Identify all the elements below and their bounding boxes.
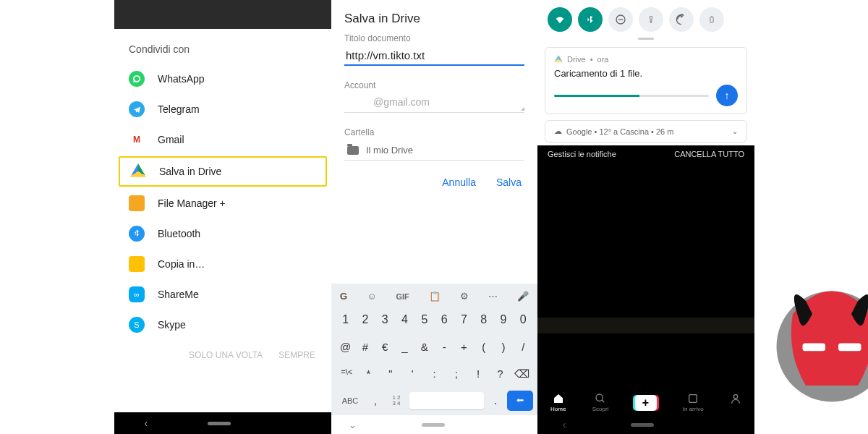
mic-icon[interactable]: 🎤 <box>517 291 529 302</box>
key[interactable]: 6 <box>434 307 454 332</box>
nav-bar: ⌄ <box>331 415 537 434</box>
key[interactable]: ) <box>493 335 513 359</box>
share-item-label: ShareMe <box>158 289 199 300</box>
key[interactable]: 8 <box>474 307 493 332</box>
bluetooth-toggle[interactable] <box>578 7 603 32</box>
key[interactable]: & <box>414 335 434 359</box>
share-item-gmail[interactable]: M Gmail <box>114 124 331 155</box>
key[interactable]: ; <box>446 362 467 386</box>
nav-home-pill[interactable] <box>208 422 231 425</box>
key[interactable]: * <box>357 362 379 386</box>
clear-all-button[interactable]: CANCELLA TUTTO <box>674 150 744 158</box>
rotation-toggle[interactable] <box>669 7 694 32</box>
folder-value: Il mio Drive <box>366 145 413 156</box>
clipboard-icon[interactable]: 📋 <box>429 291 441 302</box>
key[interactable]: ! <box>467 362 489 386</box>
share-item-skype[interactable]: S Skype <box>114 310 331 340</box>
nav-home-pill[interactable] <box>422 423 445 427</box>
key[interactable]: =\< <box>336 362 357 386</box>
tiktok-home-tab[interactable]: Home <box>550 393 566 412</box>
upload-icon[interactable]: ↑ <box>716 85 738 106</box>
cloud-icon: ☁ <box>554 127 562 136</box>
settings-icon[interactable]: ⚙ <box>460 291 469 302</box>
notif-dot: • <box>590 55 593 64</box>
copy-icon <box>129 256 145 272</box>
key[interactable]: 2 <box>355 307 375 332</box>
share-item-label: Salva in Drive <box>159 166 221 177</box>
share-item-whatsapp[interactable]: WhatsApp <box>114 64 331 94</box>
nav-back-icon[interactable]: ‹ <box>563 419 566 430</box>
enter-key[interactable] <box>507 391 533 411</box>
key[interactable]: + <box>454 335 474 359</box>
flashlight-toggle[interactable] <box>639 7 663 32</box>
share-item-drive[interactable]: Salva in Drive <box>119 156 327 187</box>
key[interactable]: @ <box>336 335 355 359</box>
gif-button[interactable]: GIF <box>396 292 409 301</box>
key[interactable]: 1 <box>336 307 355 332</box>
tiktok-discover-tab[interactable]: Scopri <box>592 393 609 412</box>
key[interactable]: - <box>434 335 454 359</box>
save-button[interactable]: Salva <box>496 176 522 188</box>
key[interactable]: 5 <box>414 307 434 332</box>
share-item-telegram[interactable]: Telegram <box>114 94 331 124</box>
tiktok-profile-tab[interactable] <box>730 393 741 412</box>
key[interactable]: 3 <box>375 307 395 332</box>
tiktok-tab-label <box>735 406 736 412</box>
doc-title-input[interactable] <box>344 46 524 66</box>
weather-text: Google • 12° a Cascina • 26 m <box>566 127 673 136</box>
sticker-icon[interactable]: ☺ <box>367 291 376 302</box>
tiktok-nav-bar: Home Scopri + In arrivo <box>537 393 754 412</box>
period-key[interactable]: . <box>487 394 504 407</box>
tiktok-create-button[interactable]: + <box>635 395 657 411</box>
key[interactable]: ? <box>489 362 511 386</box>
manage-notifications-button[interactable]: Gestisci le notifiche <box>548 150 616 158</box>
key[interactable]: : <box>423 362 445 386</box>
share-once-button[interactable]: SOLO UNA VOLTA <box>189 350 263 360</box>
dnd-toggle[interactable] <box>608 7 633 32</box>
key[interactable]: 9 <box>493 307 513 332</box>
share-always-button[interactable]: SEMPRE <box>278 350 315 360</box>
key[interactable]: _ <box>395 335 414 359</box>
abc-key[interactable]: ABC <box>336 396 365 405</box>
tiktok-background: Gestisci le notifiche CANCELLA TUTTO Hom… <box>537 145 754 434</box>
gmail-icon: M <box>129 132 145 148</box>
key[interactable]: / <box>514 335 533 359</box>
wifi-toggle[interactable] <box>548 7 572 32</box>
nav-back-icon[interactable]: ‹ <box>145 417 148 429</box>
key[interactable]: ' <box>401 362 423 386</box>
more-icon[interactable]: ⋯ <box>488 291 498 302</box>
share-item-file-manager[interactable]: File Manager + <box>114 188 331 218</box>
shade-handle[interactable] <box>638 38 654 40</box>
share-item-copy[interactable]: Copia in… <box>114 249 331 279</box>
key[interactable]: # <box>355 335 375 359</box>
svg-point-4 <box>733 395 737 399</box>
keyboard-row-3: =\< * " ' : ; ! ? ⌫ <box>334 360 535 388</box>
tiktok-tab-label: Home <box>550 406 566 412</box>
share-item-shareme[interactable]: ∞ ShareMe <box>114 279 331 310</box>
account-selector[interactable]: @gmail.com <box>344 93 524 113</box>
nav-hide-keyboard-icon[interactable]: ⌄ <box>349 420 357 430</box>
tiktok-inbox-tab[interactable]: In arrivo <box>683 393 704 412</box>
battery-toggle[interactable] <box>699 7 724 32</box>
weather-notification[interactable]: ☁ Google • 12° a Cascina • 26 m ⌄ <box>545 120 747 142</box>
backspace-key[interactable]: ⌫ <box>511 362 533 386</box>
spacebar-key[interactable] <box>409 392 484 409</box>
comma-key[interactable]: , <box>367 389 383 412</box>
key[interactable]: 4 <box>395 307 414 332</box>
key[interactable]: ( <box>474 335 493 359</box>
google-icon[interactable]: G <box>340 291 347 302</box>
chevron-down-icon: ⌄ <box>732 127 738 135</box>
share-item-bluetooth[interactable]: Bluetooth <box>114 218 331 249</box>
svg-rect-3 <box>689 395 697 403</box>
key[interactable]: 7 <box>454 307 474 332</box>
numeric-key[interactable]: 1 23 4 <box>386 395 407 407</box>
key[interactable]: 0 <box>514 307 533 332</box>
cancel-button[interactable]: Annulla <box>442 176 476 188</box>
tiktok-tab-label: In arrivo <box>683 406 704 412</box>
svg-rect-6 <box>803 344 826 352</box>
key[interactable]: " <box>380 362 401 386</box>
drive-upload-notification[interactable]: Drive • ora Caricamento di 1 file. ↑ <box>545 47 747 114</box>
folder-selector[interactable]: Il mio Drive <box>344 140 524 161</box>
nav-home-pill[interactable] <box>631 423 654 427</box>
key[interactable]: € <box>375 335 395 359</box>
